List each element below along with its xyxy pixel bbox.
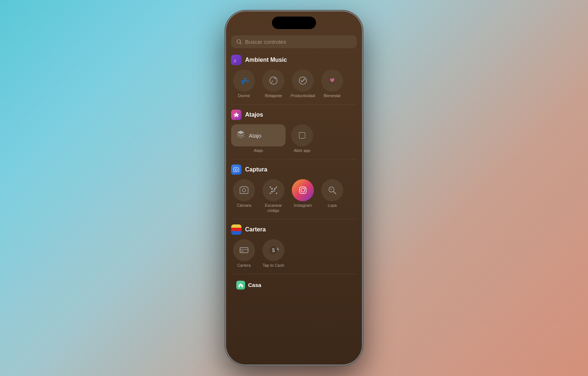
svg-point-13 bbox=[243, 189, 246, 192]
tap-to-cash-label: Tap to Cash bbox=[263, 263, 284, 268]
cartera-ctrl-circle bbox=[233, 239, 255, 261]
section-atajos: Atajos bbox=[231, 110, 357, 153]
svg-point-23 bbox=[305, 188, 305, 188]
phone-shell: Buscar controles ♪ Ambient Music bbox=[226, 11, 362, 365]
search-placeholder: Buscar controles bbox=[245, 39, 286, 45]
section-casa-peek: Casa bbox=[231, 279, 357, 290]
productividad-label: Productividad bbox=[291, 93, 315, 98]
svg-text:$: $ bbox=[272, 247, 275, 253]
control-bienestar[interactable]: ♪ Bienestar bbox=[319, 70, 345, 98]
divider-4 bbox=[231, 274, 357, 274]
escanear-circle bbox=[262, 179, 284, 201]
cartera-title: Cartera bbox=[245, 226, 266, 233]
svg-rect-20 bbox=[273, 191, 274, 192]
control-dormir[interactable]: 💤 Dormir bbox=[231, 70, 257, 98]
atajos-icon bbox=[233, 111, 240, 118]
search-bar[interactable]: Buscar controles bbox=[231, 35, 357, 48]
instagram-label: Instagram bbox=[294, 203, 312, 208]
svg-rect-14 bbox=[271, 188, 273, 189]
section-ambient-music: ♪ Ambient Music 💤 bbox=[231, 55, 357, 98]
control-productividad[interactable]: ♪ Productividad bbox=[290, 70, 316, 98]
atajo-wide-label: Atajo bbox=[249, 132, 261, 139]
control-tap-to-cash[interactable]: $ Tap to Cash bbox=[261, 239, 286, 268]
svg-point-12 bbox=[235, 169, 237, 171]
section-cartera: Cartera Cartera bbox=[231, 224, 357, 268]
control-relajante[interactable]: ♪ ☀ Relajante bbox=[261, 70, 286, 98]
svg-text:♪: ♪ bbox=[271, 78, 273, 84]
dormir-label: Dormir bbox=[238, 93, 250, 98]
dormir-circle: 💤 bbox=[233, 70, 255, 92]
instagram-circle bbox=[292, 179, 314, 201]
atajos-title: Atajos bbox=[245, 111, 263, 118]
bienestar-circle: ♪ bbox=[321, 70, 343, 92]
content-area[interactable]: Buscar controles ♪ Ambient Music bbox=[226, 35, 362, 365]
bienestar-icon: ♪ bbox=[327, 75, 337, 86]
control-instagram[interactable]: Instagram bbox=[290, 179, 316, 213]
camara-icon bbox=[239, 185, 250, 196]
section-header-cartera: Cartera bbox=[231, 224, 357, 235]
svg-rect-11 bbox=[299, 132, 305, 138]
divider-3 bbox=[231, 219, 357, 219]
svg-rect-17 bbox=[274, 191, 275, 192]
svg-line-25 bbox=[334, 192, 336, 194]
camera-icon bbox=[233, 166, 240, 173]
search-icon bbox=[236, 39, 242, 45]
control-escanear[interactable]: Escanear código bbox=[261, 179, 286, 213]
control-abrir-app[interactable]: Abrir app bbox=[289, 124, 315, 153]
svg-line-1 bbox=[240, 43, 242, 44]
svg-text:♪: ♪ bbox=[333, 77, 335, 79]
camara-circle bbox=[233, 179, 255, 201]
instagram-icon bbox=[297, 185, 308, 196]
section-header-ambient: ♪ Ambient Music bbox=[231, 55, 357, 65]
ambient-music-icon: ♪ bbox=[231, 55, 241, 65]
atajo-bottom-label: Atajo bbox=[254, 148, 263, 153]
divider-1 bbox=[231, 104, 357, 104]
svg-rect-15 bbox=[274, 188, 276, 189]
casa-title: Casa bbox=[248, 282, 261, 288]
abrir-app-label: Abrir app bbox=[294, 148, 311, 153]
svg-text:☀: ☀ bbox=[273, 77, 276, 80]
abrir-app-icon bbox=[297, 130, 308, 141]
productividad-circle: ♪ bbox=[292, 70, 314, 92]
svg-rect-19 bbox=[274, 190, 275, 191]
relajante-label: Relajante bbox=[265, 93, 282, 98]
atajo-layers-icon bbox=[236, 130, 245, 141]
music-note-icon: ♪ bbox=[233, 57, 240, 63]
svg-rect-16 bbox=[271, 191, 273, 192]
abrir-app-circle bbox=[291, 124, 313, 146]
svg-point-22 bbox=[301, 188, 305, 192]
cartera-ctrl-icon bbox=[239, 245, 250, 256]
control-camara[interactable]: Cámara bbox=[231, 179, 257, 213]
cartera-ctrl-label: Cartera bbox=[237, 263, 251, 268]
relajante-circle: ♪ ☀ bbox=[262, 70, 284, 92]
relajante-icon: ♪ ☀ bbox=[268, 75, 279, 86]
control-atajo[interactable]: Atajo Atajo bbox=[231, 124, 286, 153]
control-cartera-item[interactable]: Cartera bbox=[231, 239, 257, 268]
cartera-icon-box bbox=[231, 224, 241, 235]
divider-2 bbox=[231, 159, 357, 159]
camara-label: Cámara bbox=[237, 203, 251, 208]
escanear-label: Escanear código bbox=[261, 203, 286, 213]
dynamic-island bbox=[272, 17, 316, 29]
lupa-icon: + bbox=[327, 185, 338, 196]
wallet-stripe bbox=[231, 224, 241, 235]
section-header-captura: Captura bbox=[231, 164, 357, 175]
captura-title: Captura bbox=[245, 166, 267, 173]
control-lupa[interactable]: + Lupa bbox=[319, 179, 345, 213]
home-icon bbox=[238, 282, 244, 288]
casa-icon bbox=[236, 281, 245, 290]
svg-text:♪: ♪ bbox=[303, 77, 305, 80]
svg-text:+: + bbox=[330, 188, 332, 191]
captura-controls-grid: Cámara bbox=[231, 179, 357, 213]
svg-text:💤: 💤 bbox=[240, 77, 249, 85]
cartera-controls-grid: Cartera $ bbox=[231, 239, 357, 268]
bienestar-label: Bienestar bbox=[324, 93, 341, 98]
ambient-controls-grid: 💤 Dormir ♪ ☀ bbox=[231, 70, 357, 98]
ambient-music-title: Ambient Music bbox=[245, 57, 287, 63]
tap-to-cash-circle: $ bbox=[262, 239, 284, 261]
screen-inner: Buscar controles ♪ Ambient Music bbox=[226, 11, 362, 365]
lupa-circle: + bbox=[321, 179, 343, 201]
captura-icon-box bbox=[231, 164, 241, 175]
atajo-wide-btn: Atajo bbox=[231, 124, 286, 146]
screen: Buscar controles ♪ Ambient Music bbox=[226, 11, 362, 365]
